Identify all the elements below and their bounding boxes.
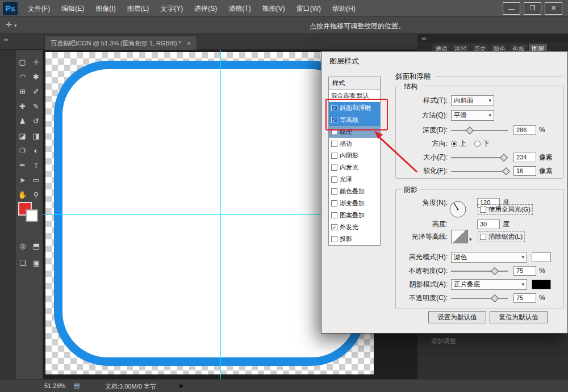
- drop-shadow-checkbox[interactable]: [331, 236, 337, 242]
- history-brush-tool[interactable]: ↺: [30, 113, 43, 128]
- restore-button[interactable]: ❐: [524, 2, 541, 15]
- eyedropper-tool[interactable]: ✐: [30, 84, 43, 99]
- style-row-inner-shadow[interactable]: 内阴影: [329, 150, 380, 162]
- tab-close-icon[interactable]: ×: [187, 40, 191, 48]
- menu-select[interactable]: 选择(S): [189, 0, 223, 17]
- texture-checkbox[interactable]: [331, 129, 337, 135]
- shadow-color-swatch[interactable]: [532, 280, 551, 289]
- menu-layer[interactable]: 图层(L): [122, 0, 155, 17]
- style-row-inner-glow[interactable]: 内发光: [329, 162, 380, 174]
- depth-value-field[interactable]: 286: [513, 125, 536, 135]
- set-default-button[interactable]: 设置为默认值: [428, 311, 486, 323]
- reset-default-button[interactable]: 复位为默认值: [490, 311, 548, 323]
- soften-value-field[interactable]: 16: [513, 166, 536, 176]
- left-dock-collapse-icon[interactable]: ««: [3, 37, 8, 43]
- style-row-texture[interactable]: 纹理: [329, 126, 380, 138]
- menu-filter[interactable]: 滤镜(T): [223, 0, 256, 17]
- contour-checkbox[interactable]: ✓: [331, 117, 337, 123]
- blur-tool[interactable]: ❍: [16, 143, 30, 158]
- menu-window[interactable]: 窗口(W): [291, 0, 327, 17]
- style-row-contour[interactable]: ✓ 等高线: [329, 114, 380, 126]
- highlight-mode-select[interactable]: 滤色▾: [451, 252, 527, 263]
- angle-dial[interactable]: [449, 200, 467, 218]
- panel-toggle-icon[interactable]: ▣: [30, 254, 43, 271]
- zoom-tool[interactable]: ⚲: [30, 187, 43, 202]
- gradient-tool[interactable]: ◨: [30, 128, 43, 143]
- pen-tool[interactable]: ✒: [16, 158, 30, 172]
- global-light-checkbox-row[interactable]: 使用全局光(G): [478, 205, 532, 214]
- menu-type[interactable]: 文字(Y): [154, 0, 189, 17]
- style-row-pattern-overlay[interactable]: 图案叠加: [329, 209, 380, 221]
- menu-view[interactable]: 视图(V): [257, 0, 291, 17]
- style-row-color-overlay[interactable]: 颜色叠加: [329, 186, 380, 197]
- satin-checkbox[interactable]: [331, 176, 337, 183]
- altitude-value-field[interactable]: 30: [477, 220, 500, 229]
- gradient-overlay-checkbox[interactable]: [331, 200, 337, 206]
- antialias-checkbox-row[interactable]: 消除锯齿(L): [478, 232, 524, 242]
- size-value-field[interactable]: 234: [513, 153, 536, 162]
- menu-image[interactable]: 图像(I): [90, 0, 121, 17]
- style-row-stroke[interactable]: 描边: [329, 138, 380, 150]
- chevron-down-icon[interactable]: ▾: [469, 237, 472, 242]
- zoom-level-field[interactable]: 51.26%: [44, 382, 65, 389]
- outer-glow-checkbox[interactable]: ✓: [331, 224, 337, 230]
- inner-glow-checkbox[interactable]: [331, 165, 337, 171]
- bevel-emboss-checkbox[interactable]: ✓: [331, 105, 337, 111]
- brush-tool[interactable]: ✎: [30, 99, 43, 113]
- soften-slider[interactable]: [451, 168, 508, 174]
- global-light-checkbox[interactable]: [480, 206, 486, 213]
- document-tab[interactable]: 百度贴吧ICON @ 51.3% (圆角矩形 1, RGB/8) * ×: [44, 36, 197, 50]
- screen-mode-icon[interactable]: ⬒: [30, 237, 43, 254]
- close-button[interactable]: ✕: [545, 2, 562, 15]
- menu-help[interactable]: 帮助(H): [327, 0, 361, 17]
- style-row-drop-shadow[interactable]: 投影: [329, 233, 380, 245]
- move-tool[interactable]: ✛: [30, 54, 43, 69]
- status-expander-icon[interactable]: ▶: [179, 382, 184, 389]
- pattern-overlay-checkbox[interactable]: [331, 212, 337, 218]
- move-tool-preset[interactable]: ✛▾: [6, 20, 16, 29]
- highlight-opacity-field[interactable]: 75: [513, 266, 536, 276]
- highlight-opacity-slider[interactable]: [451, 268, 508, 274]
- style-row-outer-glow[interactable]: ✓ 外发光: [329, 221, 380, 233]
- path-selection-tool[interactable]: ➤: [16, 172, 30, 187]
- clone-stamp-tool[interactable]: ♟: [16, 113, 30, 128]
- blending-options-row[interactable]: 混合选项:默认: [329, 90, 380, 102]
- eraser-tool[interactable]: ◪: [16, 128, 30, 143]
- direction-down-radio[interactable]: [474, 141, 481, 147]
- crop-tool[interactable]: ⊞: [16, 84, 30, 99]
- rectangular-marquee-tool[interactable]: ▢: [16, 54, 30, 69]
- technique-label: 方法(Q):: [395, 111, 448, 120]
- direction-up-radio[interactable]: [451, 141, 457, 147]
- depth-slider[interactable]: [451, 127, 508, 133]
- style-row-gradient-overlay[interactable]: 渐变叠加: [329, 197, 380, 209]
- inner-shadow-checkbox[interactable]: [331, 153, 337, 159]
- highlight-color-swatch[interactable]: [532, 252, 551, 262]
- lasso-tool[interactable]: ◠: [16, 69, 30, 84]
- mask-icon[interactable]: ❏: [16, 254, 30, 271]
- stroke-checkbox[interactable]: [331, 141, 337, 147]
- quick-selection-tool[interactable]: ✱: [30, 69, 43, 84]
- menu-file[interactable]: 文件(F): [22, 0, 56, 17]
- antialias-checkbox[interactable]: [480, 234, 486, 240]
- quick-mask-icon[interactable]: ◎: [16, 237, 30, 254]
- shape-tool[interactable]: ▭: [30, 172, 43, 187]
- styles-list-header[interactable]: 样式: [329, 77, 380, 90]
- color-overlay-checkbox[interactable]: [331, 188, 337, 195]
- menu-edit[interactable]: 编辑(E): [56, 0, 90, 17]
- shadow-opacity-slider[interactable]: [451, 295, 508, 301]
- healing-brush-tool[interactable]: ✚: [16, 99, 30, 113]
- right-dock-collapse-icon[interactable]: ««: [421, 36, 426, 41]
- style-row-bevel-emboss[interactable]: ✓ 斜面和浮雕: [329, 102, 380, 114]
- dodge-tool[interactable]: ◐: [30, 143, 43, 158]
- shadow-mode-select[interactable]: 正片叠底▾: [451, 279, 527, 290]
- style-row-satin[interactable]: 光泽: [329, 174, 380, 186]
- hand-tool[interactable]: ✋: [16, 187, 30, 202]
- minimize-button[interactable]: —: [503, 2, 520, 15]
- bevel-style-select[interactable]: 内斜面▾: [451, 95, 494, 106]
- size-slider[interactable]: [451, 154, 508, 161]
- gloss-contour-thumbnail[interactable]: [451, 230, 468, 243]
- background-color-swatch[interactable]: [26, 209, 38, 222]
- technique-select[interactable]: 平滑▾: [451, 110, 494, 121]
- shadow-opacity-field[interactable]: 75: [513, 293, 536, 303]
- type-tool[interactable]: T: [30, 158, 43, 172]
